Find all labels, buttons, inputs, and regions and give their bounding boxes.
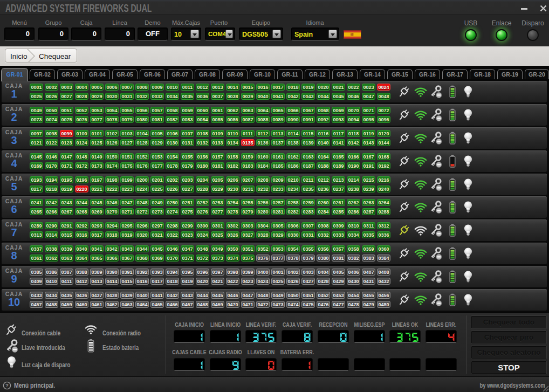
- svg-text:?: ?: [5, 382, 9, 388]
